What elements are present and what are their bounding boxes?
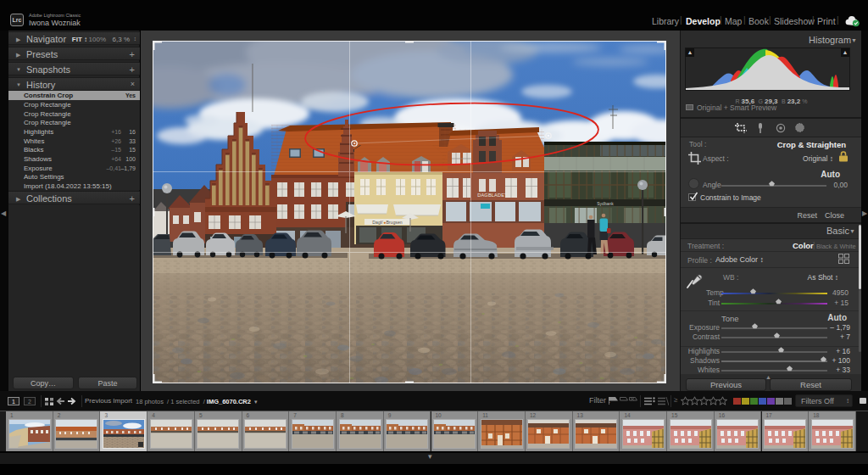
svg-text:DAGBLADET: DAGBLADET xyxy=(477,193,508,198)
svg-text:Sydbank: Sydbank xyxy=(597,201,614,206)
svg-text:Dagli’●Brugsen: Dagli’●Brugsen xyxy=(372,220,403,225)
